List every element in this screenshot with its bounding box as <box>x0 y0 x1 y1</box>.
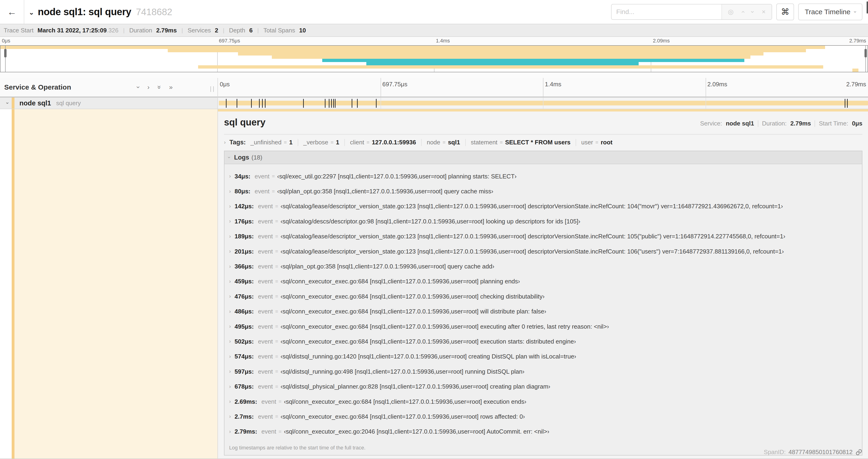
log-row[interactable]: ›2.7ms:event=‹sql/conn_executor_exec.go:… <box>224 409 862 424</box>
clear-search-icon[interactable]: × <box>762 9 766 15</box>
find-tools: ◎ › › × <box>721 4 772 19</box>
log-tick-mark <box>335 99 336 108</box>
ruler-tick-label: 2.09ms <box>653 38 670 44</box>
divider: | <box>223 27 224 34</box>
divider <box>758 120 758 127</box>
span-detail-content: sql query Service:node sql1 Duration:2.7… <box>224 111 862 456</box>
log-tick-mark <box>262 99 263 108</box>
right-scrubber[interactable] <box>865 46 866 72</box>
log-row[interactable]: ›176μs:event=‹sql/catalog/descs/descript… <box>224 214 862 229</box>
timeline-ruler: 0μs697.75μs1.4ms2.09ms2.79ms <box>218 78 868 97</box>
grid-line <box>380 97 381 109</box>
service-color-strip <box>12 97 14 109</box>
left-scrubber[interactable] <box>5 46 6 72</box>
collapse-one-icon[interactable]: › <box>135 86 142 88</box>
chevron-right-icon: › <box>229 308 231 315</box>
chevron-right-icon: › <box>229 278 231 285</box>
minimap-ruler: 0μs697.75μs1.4ms2.09ms2.79ms <box>0 37 868 45</box>
log-tick-mark <box>376 99 377 108</box>
scrubber-grip[interactable] <box>865 49 867 57</box>
log-row[interactable]: ›201μs:event=‹sql/catalog/lease/descript… <box>224 244 862 259</box>
minimap-span-bar <box>168 49 806 52</box>
view-selector-button[interactable]: Trace Timeline › <box>798 3 862 20</box>
log-tick-mark <box>303 99 304 108</box>
expand-all-icon[interactable]: » <box>169 84 173 91</box>
chevron-right-icon: › <box>229 399 231 405</box>
start-time-value: 0μs <box>852 120 862 127</box>
ruler-tick-label: 0μs <box>220 81 229 88</box>
span-accent-bar <box>218 109 868 111</box>
next-match-icon[interactable]: › <box>749 11 756 13</box>
trace-id: 7418682 <box>136 7 172 17</box>
chevron-right-icon: › <box>229 338 231 345</box>
log-tick-mark <box>331 99 332 108</box>
column-resize-grip[interactable] <box>211 86 214 92</box>
log-row[interactable]: ›189μs:event=‹sql/catalog/lease/descript… <box>224 229 862 244</box>
log-row[interactable]: ›502μs:event=‹sql/conn_executor_exec.go:… <box>224 334 862 349</box>
expand-one-icon[interactable]: › <box>148 84 150 91</box>
meta-item: Trace Start March 31 2022, 17:25:09.326 <box>4 27 119 34</box>
minimap-canvas[interactable] <box>0 45 868 72</box>
log-row[interactable]: ›80μs:event=‹sql/plan_opt.go:358 [nsql1,… <box>224 184 862 199</box>
tag-statement: statement=SELECT * FROM users <box>471 139 570 146</box>
ruler-tick-label: 1.4ms <box>436 38 450 44</box>
tags-row[interactable]: › Tags: _unfinished=1_verbose=1client=12… <box>224 139 862 146</box>
locate-icon[interactable]: ◎ <box>728 9 734 15</box>
column-divider[interactable] <box>217 78 218 459</box>
log-row[interactable]: ›142μs:event=‹sql/catalog/lease/descript… <box>224 199 862 214</box>
chevron-right-icon: › <box>224 139 226 145</box>
log-row[interactable]: ›678μs:event=‹sql/distsql_physical_plann… <box>224 379 862 394</box>
divider <box>576 139 576 146</box>
log-row[interactable]: ›476μs:event=‹sql/conn_executor_exec.go:… <box>224 289 862 304</box>
keyboard-shortcuts-button[interactable]: ⌘ <box>776 3 794 20</box>
detail-row-indent <box>0 109 217 459</box>
back-button[interactable]: ← <box>0 0 24 24</box>
chevron-right-icon: › <box>229 173 231 179</box>
meta-item: Total Spans 10 <box>264 27 306 34</box>
log-tick-mark <box>251 99 252 108</box>
chevron-down-icon: › <box>28 12 36 15</box>
log-row[interactable]: ›597μs:event=‹sql/distsql_running.go:498… <box>224 364 862 379</box>
chevron-right-icon: › <box>229 218 231 224</box>
log-row[interactable]: ›495μs:event=‹sql/conn_executor_exec.go:… <box>224 319 862 334</box>
minimap-span-bar <box>852 69 859 72</box>
log-row[interactable]: ›2.69ms:event=‹sql/conn_executor_exec.go… <box>224 394 862 409</box>
chevron-right-icon: › <box>229 414 231 420</box>
duration-label: Duration: <box>762 120 787 127</box>
logs-label: Logs <box>234 154 249 161</box>
divider <box>465 139 466 146</box>
trace-title-group[interactable]: › node sql1: sql query 7418682 <box>31 6 172 18</box>
tag-client: client=127.0.0.1:59936 <box>350 139 416 146</box>
prev-match-icon[interactable]: › <box>739 11 746 13</box>
log-row[interactable]: ›486μs:event=‹sql/conn_executor_exec.go:… <box>224 304 862 319</box>
span-row-timeline[interactable] <box>218 97 868 109</box>
log-row[interactable]: ›2.79ms:event=‹sql/conn_executor_exec.go… <box>224 424 862 439</box>
ruler-tick-label: 697.75μs <box>219 38 240 44</box>
view-selector-label: Trace Timeline <box>805 8 850 16</box>
log-row[interactable]: ›34μs:event=‹sql/exec_util.go:2297 [nsql… <box>224 169 862 184</box>
logs-header[interactable]: › Logs (18) <box>224 151 862 164</box>
span-row-label[interactable]: › node sql1 sql query <box>0 97 217 109</box>
scrollbar-thumb[interactable] <box>867 1 868 13</box>
scrubber-grip[interactable] <box>4 49 6 57</box>
link-icon[interactable] <box>856 449 862 456</box>
collapse-all-icon[interactable]: » <box>156 85 163 89</box>
service-name: node sql1 <box>19 99 51 107</box>
chevron-down-icon[interactable]: › <box>4 102 10 104</box>
tag-_unfinished: _unfinished=1 <box>250 139 292 146</box>
span-row[interactable]: › node sql1 sql query <box>0 97 868 109</box>
log-row[interactable]: ›574μs:event=‹sql/distsql_running.go:142… <box>224 349 862 364</box>
tag-_verbose: _verbose=1 <box>303 139 339 146</box>
logs-list: ›34μs:event=‹sql/exec_util.go:2297 [nsql… <box>224 164 862 440</box>
span-operation-title: sql query <box>224 117 266 128</box>
span-bar[interactable] <box>219 101 868 105</box>
log-row[interactable]: ›366μs:event=‹sql/plan_opt.go:358 [nsql1… <box>224 259 862 274</box>
find-input[interactable] <box>612 4 721 19</box>
chevron-down-icon: › <box>226 157 232 158</box>
chevron-right-icon: › <box>229 264 231 270</box>
trace-timeline-page: ← › node sql1: sql query 7418682 ◎ › › ×… <box>0 0 868 459</box>
ruler-tick-label: 0μs <box>2 38 10 44</box>
page-header: ← › node sql1: sql query 7418682 ◎ › › ×… <box>0 0 868 24</box>
start-time-label: Start Time: <box>819 120 848 127</box>
log-row[interactable]: ›459μs:event=‹sql/conn_executor_exec.go:… <box>224 274 862 289</box>
